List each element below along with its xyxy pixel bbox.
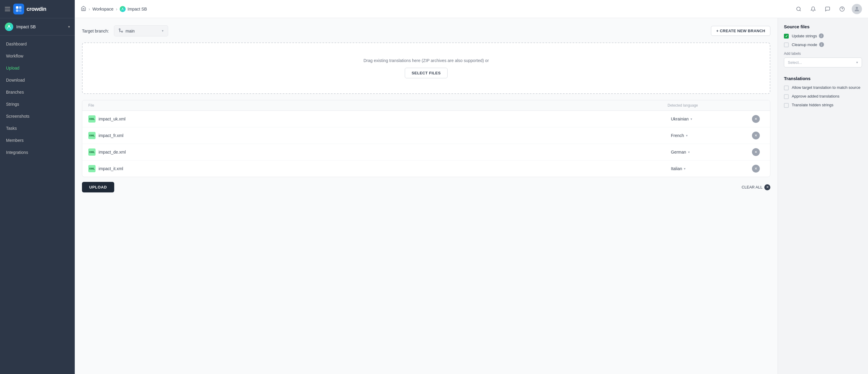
col-language-header: Detected language (668, 103, 752, 107)
dropzone-text: Drag existing translations here (ZIP arc… (364, 58, 489, 63)
branch-selector[interactable]: main ▾ (114, 25, 168, 36)
language-dropdown-icon: ▾ (684, 167, 686, 171)
remove-file-2[interactable]: ✕ (752, 132, 760, 139)
hamburger-menu-icon[interactable] (5, 7, 10, 11)
help-icon[interactable] (837, 4, 847, 14)
language-name-3: German (671, 150, 686, 155)
allow-target-row: Allow target translation to match source (784, 85, 862, 90)
breadcrumb-project-name: Impact SB (127, 7, 147, 11)
sidebar-item-members[interactable]: Members (0, 134, 75, 146)
svg-point-12 (121, 31, 123, 32)
main-content: › Workspace › Impact SB (75, 0, 868, 374)
clear-all-icon: ✕ (764, 184, 770, 190)
allow-target-label: Allow target translation to match source (792, 85, 861, 90)
update-strings-info-icon[interactable]: i (819, 33, 824, 38)
sidebar-item-workflow[interactable]: Workflow (0, 50, 75, 62)
language-dropdown-icon: ▾ (688, 150, 690, 154)
translations-title: Translations (784, 76, 862, 81)
breadcrumb-workspace[interactable]: Workspace (93, 7, 114, 11)
project-name: Impact SB (16, 24, 65, 29)
messages-icon[interactable] (823, 4, 832, 14)
project-dropdown-icon: ▾ (68, 25, 70, 29)
user-avatar[interactable] (852, 4, 862, 14)
sidebar-item-upload[interactable]: Upload (0, 62, 75, 74)
home-icon[interactable] (81, 6, 86, 12)
search-icon[interactable] (794, 4, 804, 14)
table-row: XML impact_it.xml Italian ▾ ✕ (82, 161, 770, 177)
logo-icon (13, 4, 24, 14)
sidebar-nav: Dashboard Workflow Upload Download Branc… (0, 36, 75, 161)
sidebar-item-dashboard[interactable]: Dashboard (0, 38, 75, 50)
table-row: XML impact_de.xml German ▾ ✕ (82, 144, 770, 161)
file-type-icon: XML (88, 115, 96, 123)
notifications-icon[interactable] (808, 4, 818, 14)
project-selector[interactable]: Impact SB ▾ (0, 19, 75, 36)
table-header: File Detected language (82, 100, 770, 111)
source-files-section: Source files Update strings i Cleanup mo… (784, 24, 862, 67)
update-strings-label: Update strings i (792, 33, 824, 38)
labels-dropdown-icon: ▾ (856, 61, 858, 64)
sidebar-item-tasks[interactable]: Tasks (0, 122, 75, 134)
dropzone[interactable]: Drag existing translations here (ZIP arc… (82, 42, 770, 94)
cleanup-mode-checkbox[interactable] (784, 42, 789, 47)
remove-file-1[interactable]: ✕ (752, 115, 760, 123)
breadcrumb-project[interactable]: Impact SB (120, 6, 147, 12)
file-name-cell: XML impact_fr.xml (88, 132, 668, 139)
clear-all-button[interactable]: CLEAR ALL ✕ (742, 184, 770, 190)
remove-file-3[interactable]: ✕ (752, 148, 760, 156)
col-file-header: File (88, 103, 668, 107)
table-row: XML impact_fr.xml French ▾ ✕ (82, 127, 770, 144)
labels-select[interactable]: Select... ▾ (784, 58, 862, 67)
select-files-button[interactable]: SELECT FILES (405, 68, 447, 78)
sidebar-item-screenshots[interactable]: Screenshots (0, 110, 75, 122)
file-name-cell: XML impact_de.xml (88, 148, 668, 156)
right-panel: Source files Update strings i Cleanup mo… (778, 18, 868, 374)
approve-added-checkbox[interactable] (784, 94, 789, 99)
project-avatar (5, 23, 13, 31)
cleanup-mode-info-icon[interactable]: i (819, 42, 824, 47)
file-table: File Detected language XML impact_uk.xml… (82, 100, 770, 177)
svg-rect-2 (16, 9, 19, 12)
svg-point-4 (8, 25, 10, 27)
allow-target-checkbox[interactable] (784, 86, 789, 90)
translate-hidden-row: Translate hidden strings (784, 103, 862, 108)
sidebar-item-branches[interactable]: Branches (0, 86, 75, 98)
branch-name: main (126, 29, 159, 33)
update-strings-checkbox[interactable] (784, 34, 789, 38)
file-type-icon: XML (88, 165, 96, 172)
upload-area: Target branch: main ▾ + CREATE NEW BRANC… (75, 18, 778, 374)
file-name: impact_de.xml (98, 150, 126, 155)
create-branch-button[interactable]: + CREATE NEW BRANCH (711, 26, 770, 36)
cleanup-mode-label: Cleanup mode i (792, 42, 824, 47)
sidebar-item-download[interactable]: Download (0, 74, 75, 86)
sidebar-header: crowdin (0, 0, 75, 19)
logo-container: crowdin (13, 4, 46, 14)
page-body: Target branch: main ▾ + CREATE NEW BRANC… (75, 18, 868, 374)
language-selector-1[interactable]: Ukrainian ▾ (668, 114, 752, 124)
file-type-icon: XML (88, 148, 96, 156)
target-branch-row: Target branch: main ▾ + CREATE NEW BRANC… (82, 25, 770, 36)
svg-rect-1 (19, 6, 22, 9)
sidebar-item-strings[interactable]: Strings (0, 98, 75, 110)
source-files-title: Source files (784, 24, 862, 29)
language-name-1: Ukrainian (671, 116, 689, 121)
language-selector-4[interactable]: Italian ▾ (668, 164, 752, 173)
project-breadcrumb-icon (120, 6, 126, 12)
branch-dropdown-icon: ▾ (162, 29, 164, 33)
remove-file-4[interactable]: ✕ (752, 165, 760, 173)
file-type-icon: XML (88, 132, 96, 139)
svg-point-7 (797, 7, 800, 10)
language-name-4: Italian (671, 166, 682, 171)
approve-added-label: Approve added translations (792, 94, 839, 99)
upload-button[interactable]: UPLOAD (82, 182, 114, 193)
sidebar-item-integrations[interactable]: Integrations (0, 146, 75, 159)
sidebar: crowdin Impact SB ▾ Dashboard Workflow U… (0, 0, 75, 374)
file-name-cell: XML impact_it.xml (88, 165, 668, 172)
file-name: impact_fr.xml (98, 133, 123, 138)
translate-hidden-checkbox[interactable] (784, 103, 789, 108)
add-labels-section: Add labels Select... ▾ (784, 52, 862, 67)
svg-point-11 (856, 7, 858, 9)
language-selector-2[interactable]: French ▾ (668, 131, 752, 140)
language-selector-3[interactable]: German ▾ (668, 147, 752, 157)
table-actions: UPLOAD CLEAR ALL ✕ (82, 182, 770, 193)
